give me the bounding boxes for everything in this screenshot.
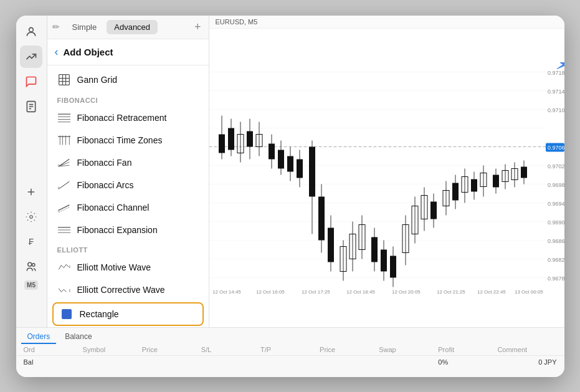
svg-text:0.96820: 0.96820 (548, 256, 564, 262)
svg-rect-62 (287, 156, 293, 171)
svg-rect-108 (521, 166, 527, 178)
fib-fan-icon: F (57, 157, 71, 168)
svg-text:13 Oct 00:05: 13 Oct 00:05 (515, 289, 543, 294)
fib-expansion-icon (57, 224, 71, 236)
tab-balance[interactable]: Balance (59, 330, 98, 344)
rectangle-icon (60, 309, 74, 319)
list-item-gann-grid[interactable]: Gann Grid (47, 68, 209, 92)
fib-retracement-label: Fibonacci Retracement (77, 113, 167, 123)
rectangle-label: Rectangle (80, 309, 119, 319)
gann-grid-icon (57, 74, 71, 86)
svg-point-8 (28, 262, 32, 266)
tab-orders[interactable]: Orders (21, 330, 57, 344)
sidebar-item-currency[interactable]: ₣ (20, 231, 42, 253)
svg-text:0.97180: 0.97180 (548, 69, 564, 75)
list-item-fib-time-zones[interactable]: Fibonacci Time Zones (47, 129, 209, 151)
list-item-elliott-motive[interactable]: E Elliott Motive Wave (47, 256, 209, 279)
sidebar-item-plus[interactable] (20, 181, 42, 203)
svg-text:F: F (58, 186, 60, 189)
table-header: Ord Symbol Price S/L T/P Price Swap Prof… (16, 344, 564, 356)
elliott-corrective-label: Elliott Corrective Wave (77, 285, 165, 295)
tab-advanced[interactable]: Advanced (107, 20, 158, 34)
list-item-fib-channel[interactable]: F Fibonacci Channel (47, 196, 209, 219)
svg-text:F: F (58, 208, 60, 212)
bottom-tabs: Orders Balance (16, 328, 564, 344)
chart-main[interactable]: 0.97180 0.97140 0.97100 0.97060 0.97020 … (209, 29, 564, 327)
svg-text:F: F (58, 163, 60, 167)
svg-rect-54 (247, 131, 253, 146)
svg-rect-50 (228, 128, 234, 150)
svg-rect-58 (269, 143, 275, 159)
svg-text:E: E (69, 289, 70, 292)
section-header-elliott: ELLIOTT (47, 241, 209, 256)
svg-text:12 Oct 18:45: 12 Oct 18:45 (346, 289, 375, 294)
back-button[interactable]: ‹ (55, 45, 59, 59)
svg-text:0.96860: 0.96860 (548, 237, 564, 244)
chart-header: EURUSD, M5 (209, 16, 564, 29)
fib-channel-label: Fibonacci Channel (77, 203, 150, 213)
table-row: Bal 0% 0 JPY (16, 356, 564, 368)
list-item-rectangle[interactable]: Rectangle (52, 302, 204, 326)
pencil-icon: ✏ (52, 22, 60, 32)
svg-text:12 Oct 21:25: 12 Oct 21:25 (437, 289, 465, 294)
svg-text:12 Oct 17:25: 12 Oct 17:25 (302, 289, 330, 294)
fib-time-zones-icon (57, 135, 71, 146)
fib-expansion-label: Fibonacci Expansion (77, 225, 158, 235)
sidebar-item-settings[interactable] (20, 206, 42, 228)
svg-text:0.96900: 0.96900 (548, 219, 564, 225)
list-item-elliott-corrective[interactable]: E Elliott Corrective Wave (47, 279, 209, 301)
col-tp: T/P (260, 346, 320, 353)
plus-tab[interactable]: + (192, 19, 204, 35)
col-swap: Swap (379, 346, 438, 353)
sidebar-item-document[interactable] (20, 95, 42, 118)
panel-header: ‹ Add Object (47, 39, 209, 65)
svg-point-0 (29, 27, 34, 32)
svg-rect-70 (328, 227, 334, 262)
sidebar-item-chat[interactable] (20, 70, 42, 93)
list-item-fib-fan[interactable]: F Fibonacci Fan (47, 151, 209, 174)
col-ord: Ord (24, 346, 83, 353)
panel-title: Add Object (64, 47, 113, 57)
elliott-motive-label: Elliott Motive Wave (77, 262, 151, 272)
section-header-fibonacci: FIBONACCI (47, 92, 209, 107)
svg-rect-90 (430, 201, 437, 219)
list-item-fib-retracement[interactable]: Fibonacci Retracement (47, 107, 209, 129)
row-percent: 0% (438, 358, 497, 366)
panel-content: Gann Grid FIBONACCI Fibonacci Retracemen… (47, 65, 209, 327)
svg-text:0.97020: 0.97020 (548, 163, 564, 169)
col-price-buy: Price (142, 346, 201, 353)
fib-channel-icon: F (57, 202, 71, 213)
fib-retracement-icon (57, 112, 71, 123)
tab-simple[interactable]: Simple (65, 20, 105, 34)
list-item-fib-arcs[interactable]: F Fibonacci Arcs (47, 174, 209, 196)
sidebar-item-chart[interactable] (20, 45, 42, 68)
svg-text:0.97140: 0.97140 (548, 88, 564, 94)
svg-point-7 (30, 215, 33, 218)
svg-text:0.96940: 0.96940 (548, 200, 564, 206)
svg-rect-80 (381, 249, 387, 271)
svg-rect-48 (219, 134, 225, 153)
svg-rect-68 (318, 196, 325, 240)
icon-sidebar: ₣ M5 (16, 16, 47, 327)
svg-text:E: E (69, 265, 70, 268)
chart-area: EURUSD, M5 (209, 16, 564, 327)
elliott-corrective-icon: E (57, 284, 71, 295)
row-amount: 0 JPY (497, 358, 556, 366)
svg-rect-98 (471, 179, 477, 191)
col-profit: Profit (438, 346, 497, 353)
svg-rect-102 (493, 174, 499, 187)
svg-text:12 Oct 22:45: 12 Oct 22:45 (477, 289, 506, 294)
col-comment: Comment (497, 346, 556, 353)
svg-rect-82 (390, 256, 396, 277)
svg-rect-94 (452, 183, 459, 200)
list-item-fib-expansion[interactable]: Fibonacci Expansion (47, 219, 209, 241)
sidebar-item-users[interactable] (20, 256, 42, 278)
svg-text:12 Oct 14:45: 12 Oct 14:45 (212, 289, 241, 294)
fib-time-zones-label: Fibonacci Time Zones (77, 135, 163, 145)
sidebar-item-profile[interactable] (20, 21, 42, 43)
bottom-bar: Orders Balance Ord Symbol Price S/L T/P … (16, 327, 564, 377)
fib-arcs-icon: F (57, 179, 71, 191)
col-sl: S/L (201, 346, 260, 353)
svg-rect-10 (59, 74, 69, 85)
svg-text:0.97100: 0.97100 (548, 107, 564, 113)
